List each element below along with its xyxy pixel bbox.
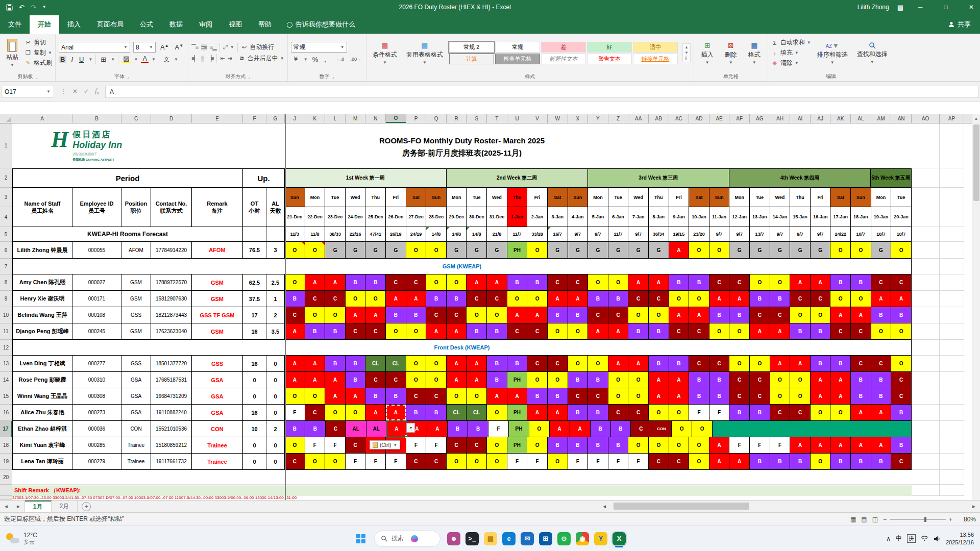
menu-tab-数据[interactable]: 数据 xyxy=(161,15,191,34)
cut-button[interactable]: ✂剪切 xyxy=(24,38,52,47)
roster-cell[interactable]: F xyxy=(305,437,326,454)
zoom-in-icon[interactable]: + xyxy=(949,516,952,523)
roster-cell[interactable]: O xyxy=(467,454,487,470)
roster-cell[interactable]: B xyxy=(588,405,608,421)
roster-cell[interactable]: C xyxy=(406,274,427,291)
page-break-view-icon[interactable]: ◫ xyxy=(872,516,878,523)
roster-cell[interactable]: C xyxy=(689,323,709,340)
forecast-cell[interactable]: 33/28 xyxy=(527,227,548,242)
roster-cell[interactable]: B xyxy=(568,405,589,421)
roster-cell[interactable]: C xyxy=(548,274,568,291)
align-bottom-icon[interactable]: ≡▁ xyxy=(210,44,216,51)
roster-cell[interactable]: B xyxy=(487,323,507,340)
roster-cell[interactable]: A xyxy=(851,437,871,454)
roster-cell[interactable]: B xyxy=(871,372,892,388)
roster-cell[interactable]: A xyxy=(447,372,467,388)
roster-cell[interactable]: B xyxy=(689,274,709,291)
roster-cell[interactable]: A xyxy=(608,356,629,372)
roster-cell[interactable]: O xyxy=(628,372,649,388)
people-icon[interactable]: ☻ xyxy=(445,530,463,548)
column-header-AN[interactable]: AN xyxy=(891,114,912,123)
percent-format-icon[interactable]: % xyxy=(311,56,320,63)
forecast-cell[interactable]: 10/7 xyxy=(891,227,912,242)
column-header-O[interactable]: O xyxy=(386,114,406,123)
column-header-C[interactable]: C xyxy=(121,114,151,123)
roster-cell[interactable]: O xyxy=(692,421,713,437)
roster-cell[interactable]: PH xyxy=(507,437,528,454)
menu-tab-审阅[interactable]: 审阅 xyxy=(191,15,220,34)
roster-cell[interactable]: A xyxy=(527,405,548,421)
roster-cell[interactable]: A xyxy=(285,323,305,340)
roster-cell[interactable]: B xyxy=(487,372,507,388)
roster-cell[interactable]: CL xyxy=(365,356,386,372)
roster-cell[interactable]: O xyxy=(548,454,568,470)
column-header-L[interactable]: L xyxy=(325,114,346,123)
roster-cell[interactable]: AL xyxy=(346,421,366,437)
column-header-AF[interactable]: AF xyxy=(729,114,750,123)
column-header-AI[interactable]: AI xyxy=(790,114,811,123)
roster-cell[interactable]: F xyxy=(608,454,629,470)
roster-cell[interactable]: A xyxy=(548,291,568,307)
menu-tab-公式[interactable]: 公式 xyxy=(132,15,161,34)
column-header-AA[interactable]: AA xyxy=(628,114,649,123)
roster-cell[interactable]: A xyxy=(447,356,467,372)
roster-cell[interactable]: O xyxy=(487,307,507,323)
roster-cell[interactable]: B xyxy=(608,437,629,454)
roster-cell[interactable]: A xyxy=(305,274,326,291)
roster-cell[interactable]: G xyxy=(649,242,669,259)
roster-cell[interactable]: B xyxy=(568,372,589,388)
sheet-nav-left-icon[interactable]: ◄ xyxy=(0,504,12,509)
row-header-6[interactable]: 6 xyxy=(0,242,12,259)
clear-button[interactable]: ◆清除▼ xyxy=(771,59,811,67)
roster-cell[interactable]: O xyxy=(285,437,305,454)
scroll-up-icon[interactable]: ▲ xyxy=(972,114,980,122)
roster-cell[interactable]: A xyxy=(550,421,570,437)
roster-cell[interactable]: O xyxy=(891,356,912,372)
roster-cell[interactable]: A xyxy=(811,372,831,388)
roster-cell[interactable]: B xyxy=(285,421,305,437)
roster-cell[interactable]: C xyxy=(750,372,770,388)
wrap-text-button[interactable]: ↩自动换行 xyxy=(241,43,275,52)
roster-cell[interactable]: O xyxy=(447,274,467,291)
roster-cell[interactable]: C xyxy=(386,372,406,388)
font-name-combobox[interactable]: Arial▼ xyxy=(59,42,130,53)
roster-cell[interactable]: B xyxy=(851,274,871,291)
roster-cell[interactable]: A xyxy=(729,291,750,307)
roster-cell[interactable]: B xyxy=(487,356,507,372)
close-button[interactable]: ✕ xyxy=(963,4,980,11)
roster-cell[interactable]: A xyxy=(649,388,669,405)
roster-cell[interactable]: B xyxy=(507,274,528,291)
roster-cell[interactable]: C xyxy=(346,437,366,454)
roster-cell[interactable]: F xyxy=(346,454,366,470)
roster-cell[interactable]: C xyxy=(729,274,750,291)
roster-cell[interactable]: O xyxy=(649,405,669,421)
roster-cell[interactable]: O xyxy=(386,323,406,340)
orientation-icon[interactable]: ⤢ xyxy=(223,44,227,51)
roster-cell[interactable]: C xyxy=(365,323,386,340)
roster-cell[interactable]: A xyxy=(649,372,669,388)
copy-button[interactable]: ❐复制▼ xyxy=(24,48,52,57)
roster-cell[interactable]: F xyxy=(488,421,509,437)
roster-cell[interactable]: O xyxy=(811,454,831,470)
menu-tab-页面布局[interactable]: 页面布局 xyxy=(89,15,132,34)
roster-cell[interactable]: C xyxy=(891,454,912,470)
roster-cell[interactable]: A xyxy=(507,388,528,405)
roster-cell[interactable]: F xyxy=(507,454,528,470)
roster-cell[interactable]: A xyxy=(811,437,831,454)
roster-cell[interactable]: O xyxy=(487,405,507,421)
roster-cell[interactable]: O xyxy=(426,242,447,259)
number-format-combobox[interactable]: 常规▼ xyxy=(291,42,347,53)
roster-cell[interactable]: C xyxy=(568,388,589,405)
roster-cell[interactable]: G xyxy=(871,242,892,259)
roster-cell[interactable]: C xyxy=(891,372,912,388)
roster-cell[interactable]: O xyxy=(790,307,811,323)
column-header-R[interactable]: R xyxy=(447,114,467,123)
sort-filter-button[interactable]: AZ▼ 排序和筛选▼ xyxy=(814,41,851,65)
excel-icon[interactable]: X xyxy=(610,530,628,548)
forecast-cell[interactable]: 14/8 xyxy=(447,227,467,242)
menu-tab-文件[interactable]: 文件 xyxy=(0,15,30,34)
align-left-icon[interactable]: ≡▏ xyxy=(191,55,198,62)
roster-cell[interactable]: C xyxy=(891,274,912,291)
cell-style-解释性文本[interactable]: 解释性文本 xyxy=(541,54,586,64)
vertical-scroll-thumb[interactable] xyxy=(973,124,979,201)
